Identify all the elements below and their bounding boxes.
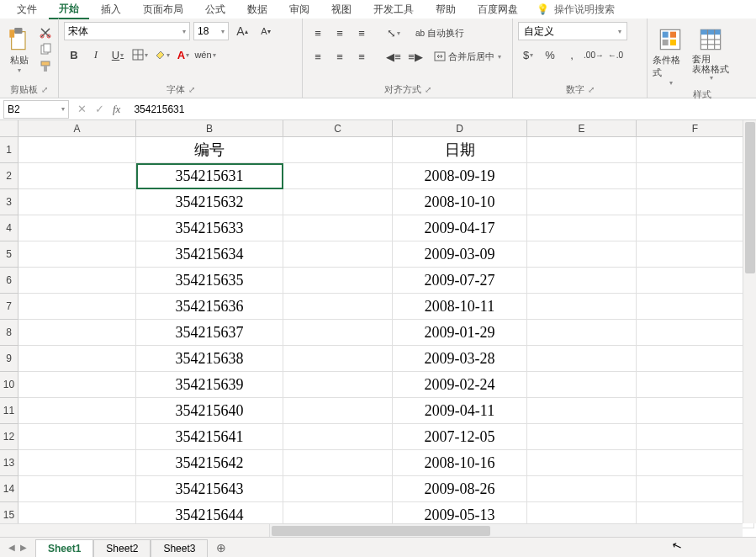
cell-E8[interactable]: [527, 320, 637, 346]
cell-D2[interactable]: 2008-09-19: [393, 163, 527, 189]
cell-E4[interactable]: [527, 215, 637, 241]
cell-C14[interactable]: [283, 476, 393, 502]
cell-F8[interactable]: [637, 320, 754, 346]
accept-formula-icon[interactable]: ✓: [95, 103, 104, 115]
cell-A6[interactable]: [19, 268, 136, 294]
phonetic-button[interactable]: wén▾: [195, 45, 215, 64]
row-header-8[interactable]: 8: [0, 320, 18, 346]
wrap-text-button[interactable]: ab自动换行: [415, 24, 464, 42]
cell-F5[interactable]: [637, 241, 754, 268]
decrease-decimal-button[interactable]: ←.0: [605, 45, 626, 64]
cell-F14[interactable]: [637, 476, 754, 502]
cell-C10[interactable]: [283, 372, 393, 398]
cell-A13[interactable]: [19, 450, 136, 476]
vertical-scrollbar-thumb[interactable]: [745, 122, 755, 273]
cell-E1[interactable]: [527, 137, 637, 163]
row-header-12[interactable]: 12: [0, 424, 18, 450]
column-header-C[interactable]: C: [283, 120, 393, 136]
cell-B5[interactable]: 354215634: [136, 241, 283, 268]
cell-E11[interactable]: [527, 398, 637, 424]
menu-item-3[interactable]: 页面布局: [133, 1, 193, 19]
merge-center-button[interactable]: 合并后居中▾: [434, 47, 501, 66]
name-box[interactable]: B2▾: [3, 100, 69, 119]
cell-E3[interactable]: [527, 189, 637, 215]
cell-F13[interactable]: [637, 450, 754, 476]
align-right-button[interactable]: ≡: [352, 47, 372, 66]
cell-E5[interactable]: [527, 241, 637, 268]
column-header-D[interactable]: D: [393, 120, 527, 136]
menu-item-8[interactable]: 开发工具: [363, 1, 424, 19]
increase-indent-button[interactable]: ≡▶: [405, 47, 426, 66]
cell-C1[interactable]: [283, 137, 393, 163]
copy-button[interactable]: [38, 42, 53, 57]
cell-D10[interactable]: 2009-02-24: [393, 372, 527, 398]
vertical-scrollbar[interactable]: [743, 120, 756, 523]
align-top-button[interactable]: ≡: [308, 24, 328, 42]
cell-D9[interactable]: 2009-03-28: [393, 346, 527, 372]
cell-F9[interactable]: [637, 346, 754, 372]
cell-A4[interactable]: [19, 215, 136, 241]
cell-A14[interactable]: [19, 476, 136, 502]
alignment-launcher[interactable]: ⤢: [425, 85, 431, 94]
row-header-7[interactable]: 7: [0, 294, 18, 320]
cell-E12[interactable]: [527, 424, 637, 450]
menu-item-0[interactable]: 文件: [7, 1, 47, 19]
border-button[interactable]: ▾: [130, 45, 150, 64]
increase-font-button[interactable]: A▴: [232, 22, 252, 40]
menu-item-4[interactable]: 公式: [195, 1, 235, 19]
menu-item-1[interactable]: 开始: [49, 0, 89, 19]
column-header-B[interactable]: B: [136, 120, 283, 136]
row-header-10[interactable]: 10: [0, 372, 18, 398]
paste-button[interactable]: 粘贴 ▾: [5, 22, 33, 74]
menu-item-9[interactable]: 帮助: [426, 1, 466, 19]
cell-F1[interactable]: [637, 137, 754, 163]
font-launcher[interactable]: ⤢: [188, 85, 195, 94]
cell-C5[interactable]: [283, 241, 393, 268]
decrease-font-button[interactable]: A▾: [256, 22, 276, 40]
align-center-button[interactable]: ≡: [330, 47, 350, 66]
bold-button[interactable]: B: [64, 45, 84, 64]
align-left-button[interactable]: ≡: [308, 47, 328, 66]
cut-button[interactable]: [38, 25, 53, 40]
row-header-11[interactable]: 11: [0, 398, 18, 424]
cell-C9[interactable]: [283, 346, 393, 372]
format-as-table-button[interactable]: 套用 表格格式▾: [693, 22, 728, 82]
menu-item-10[interactable]: 百度网盘: [468, 1, 528, 19]
cell-B1[interactable]: 编号: [136, 137, 283, 163]
horizontal-scrollbar-thumb[interactable]: [272, 526, 490, 536]
add-sheet-button[interactable]: ⊕: [208, 541, 235, 554]
cell-C2[interactable]: [283, 163, 393, 189]
cancel-formula-icon[interactable]: ✕: [77, 103, 87, 115]
underline-button[interactable]: U▾: [108, 45, 128, 64]
cell-D6[interactable]: 2009-07-27: [393, 268, 527, 294]
row-header-6[interactable]: 6: [0, 268, 18, 294]
sheet-tab-Sheet1[interactable]: Sheet1: [35, 539, 93, 558]
fill-color-button[interactable]: ▾: [151, 45, 172, 64]
cell-D8[interactable]: 2009-01-29: [393, 320, 527, 346]
menu-item-2[interactable]: 插入: [91, 1, 131, 19]
cell-F7[interactable]: [637, 294, 754, 320]
cell-E14[interactable]: [527, 476, 637, 502]
cell-A9[interactable]: [19, 346, 136, 372]
column-header-F[interactable]: F: [637, 120, 754, 136]
row-header-5[interactable]: 5: [0, 241, 18, 268]
formula-input[interactable]: [129, 100, 756, 119]
cell-D12[interactable]: 2007-12-05: [393, 424, 527, 450]
cell-F12[interactable]: [637, 424, 754, 450]
cell-B10[interactable]: 354215639: [136, 372, 283, 398]
cell-C12[interactable]: [283, 424, 393, 450]
column-header-A[interactable]: A: [19, 120, 136, 136]
cell-C11[interactable]: [283, 398, 393, 424]
font-color-button[interactable]: A▾: [173, 45, 193, 64]
tab-nav-first[interactable]: ◀: [8, 543, 15, 552]
number-format-select[interactable]: 自定义▾: [518, 22, 627, 40]
align-middle-button[interactable]: ≡: [330, 24, 350, 42]
row-header-14[interactable]: 14: [0, 476, 18, 502]
font-name-select[interactable]: 宋体▾: [64, 22, 190, 40]
cell-A8[interactable]: [19, 320, 136, 346]
menu-item-5[interactable]: 数据: [237, 1, 278, 19]
cell-B2[interactable]: 354215631: [136, 163, 283, 189]
number-launcher[interactable]: ⤢: [588, 85, 595, 94]
cell-A5[interactable]: [19, 241, 136, 268]
cell-B9[interactable]: 354215638: [136, 346, 283, 372]
